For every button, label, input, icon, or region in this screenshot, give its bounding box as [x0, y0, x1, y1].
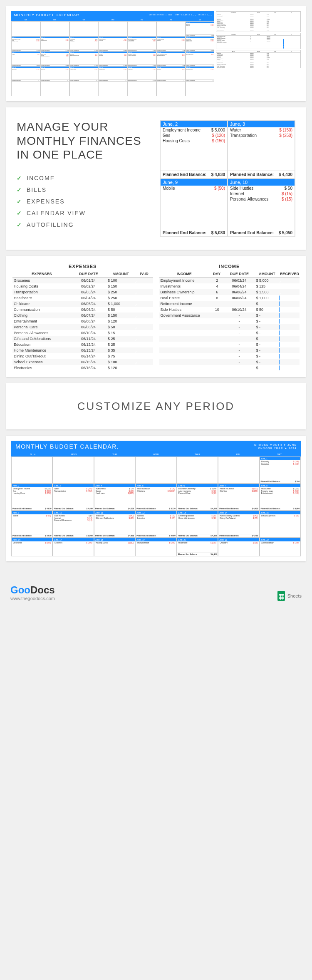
bottom-calendar-cell: [135, 457, 176, 484]
income-row: -$ -: [159, 342, 300, 347]
expense-row: Home Maintenance06/13/24$ 35: [12, 347, 153, 353]
bottom-calendar-cell: June, 17Groceries$ (100): [52, 538, 94, 556]
received-checkbox[interactable]: [279, 295, 280, 300]
income-title: INCOME: [159, 262, 300, 270]
received-checkbox[interactable]: [279, 336, 280, 341]
bottom-calendar-cell: June, 15School Expenses$ (55): [260, 511, 301, 538]
bottom-day-header: SUNMONTUEWEDTHUFRISAT: [11, 452, 301, 457]
calendar-sample-cell: June, 2Employment Income$ 5,000Gas$ (120…: [160, 120, 228, 179]
features-heading: MANAGE YOUR MONTHLY FINANCES IN ONE PLAC…: [17, 120, 151, 162]
sheets-badge: Sheets: [277, 591, 302, 601]
bottom-calendar-cell: [218, 457, 259, 484]
calendar-sample-cell: June, 10Side Hustles$ 50Internet$ (15)Pe…: [228, 179, 295, 237]
bottom-calendar-cell: June, 9Mobile$ (50)Planned End Balance:$…: [11, 511, 52, 538]
features-list: INCOMEBILLSEXPENSESCALENDAR VIEWAUTOFILL…: [17, 172, 151, 231]
income-row: -$ -: [159, 347, 300, 353]
bottom-calendar-cell: June, 8Real Estate$ 1,000Property taxes$…: [260, 484, 301, 511]
bottom-calendar-cell: June, 20Healthcare$ (100)Planned End Bal…: [177, 538, 218, 556]
bottom-calendar-cell: June, 3Water$ (150)Transportation$ (250)…: [52, 484, 94, 511]
bottom-calendar-cell: June, 7Health insurance$ (100)Clothing$ …: [218, 484, 259, 511]
customize-heading: CUSTOMIZE ANY PERIOD: [6, 400, 306, 413]
expense-row: Healthcare06/04/24$ 250: [12, 295, 153, 301]
income-row: Government Assistance-$ -: [159, 313, 300, 318]
bottom-calendar-cell: [11, 457, 52, 484]
received-checkbox[interactable]: [279, 307, 280, 312]
income-row: Investments406/04/24$ 125: [159, 283, 300, 289]
income-table: INCOME INCOMEDAYDUE DATEAMOUNTRECEIVED E…: [159, 262, 300, 371]
calendar-sample-cell: June, 3Water$ (150)Transportation$ (250)…: [228, 120, 295, 179]
expense-row: Childcare06/05/24$ 1,000: [12, 301, 153, 307]
bottom-calendar-cell: June, 1Electricity$ (100)Groceries$ (100…: [260, 457, 301, 484]
expense-row: School Expenses06/15/24$ 100: [12, 359, 153, 365]
income-row: -$ -: [159, 353, 300, 359]
tables-section: EXPENSES EXPENSESDUE DATEAMOUNTPAID Groc…: [6, 256, 306, 377]
expenses-title: EXPENSES: [12, 262, 153, 270]
income-row: -$ -: [159, 330, 300, 336]
hero-title: MONTHLY BUDGET CALENDAR.: [14, 13, 81, 17]
footer-url: www.thegoodocs.com: [10, 596, 55, 601]
bottom-calendar-cell: June, 5Trash collection$ (20)Childcare$ …: [135, 484, 176, 511]
income-row: Real Estate806/08/24$ 1,000: [159, 295, 300, 301]
customize-heading-section: CUSTOMIZE ANY PERIOD: [6, 383, 306, 429]
bottom-calendar-cell: June, 18Housing Costs$ (150): [94, 538, 135, 556]
bottom-calendar-preview: MONTHLY BUDGET CALENDAR. CHOOSE MONTH ➤ …: [6, 436, 306, 561]
expense-row: Clothing06/07/24$ 150: [12, 313, 153, 318]
feature-item: EXPENSES: [17, 196, 151, 207]
feature-item: BILLS: [17, 184, 151, 196]
received-checkbox[interactable]: [279, 365, 280, 370]
bottom-title-bar: MONTHLY BUDGET CALENDAR. CHOOSE MONTH ➤ …: [11, 441, 301, 452]
calendar-grid: June, 1Electricity$ (100)Groceries$ (100…: [11, 21, 214, 96]
income-row: -$ -: [159, 318, 300, 324]
income-row: -$ -: [159, 359, 300, 365]
received-checkbox[interactable]: [279, 301, 280, 306]
bottom-calendar-cell: June, 21Childcare$ (25): [218, 538, 259, 556]
expense-row: Electronics06/16/24$ 120: [12, 365, 153, 371]
features-section: MANAGE YOUR MONTHLY FINANCES IN ONE PLAC…: [6, 107, 306, 250]
received-checkbox[interactable]: [279, 330, 280, 335]
expense-row: Personal Allowances06/10/24$ 15: [12, 330, 153, 336]
received-checkbox[interactable]: [279, 342, 280, 347]
sheets-icon: [277, 591, 285, 601]
bottom-calendar-cell: June, 4Investments$ 120Sewer$ (40)Health…: [94, 484, 135, 511]
received-checkbox[interactable]: [279, 354, 280, 359]
bottom-period-selectors: CHOOSE MONTH ➤ JUNECHOOSE YEAR ➤ 2024: [254, 443, 297, 450]
received-checkbox[interactable]: [279, 319, 280, 324]
expenses-table: EXPENSES EXPENSESDUE DATEAMOUNTPAID Groc…: [12, 262, 153, 371]
received-checkbox[interactable]: [279, 325, 280, 330]
feature-item: AUTOFILLING: [17, 219, 151, 231]
expense-row: Groceries06/01/24$ 100: [12, 278, 153, 283]
calendar-sample-cell: June, 9Mobile$ (50)Planned End Balance:$…: [160, 179, 228, 237]
bottom-calendar-cell: June, 22Communication$ (100): [260, 538, 301, 556]
bottom-calendar-cell: June, 11Television$ (40)Gifts and Celebr…: [94, 511, 135, 538]
bottom-calendar-cell: June, 19Transportation$ (100): [135, 538, 176, 556]
hero-controls: CHOOSE PERIOD ➤ 2024 START BALANCE $ ___…: [149, 14, 212, 16]
expense-row: Transportation06/03/24$ 250: [12, 289, 153, 295]
bottom-calendar-cell: [52, 457, 94, 484]
hero-calendar-preview: MONTHLY BUDGET CALENDAR. CHOOSE PERIOD ➤…: [6, 6, 306, 101]
feature-item: INCOME: [17, 172, 151, 184]
goodocs-logo: GooDocs: [10, 584, 55, 596]
bottom-calendar-cell: June, 16Electronics$ (100): [11, 538, 52, 556]
expense-row: Communication06/06/24$ 50: [12, 307, 153, 313]
income-row: -$ -: [159, 336, 300, 342]
footer: GooDocs www.thegoodocs.com Sheets: [0, 568, 312, 609]
income-row: Business Ownership606/06/24$ 1,500: [159, 289, 300, 295]
expense-row: Education06/12/24$ 25: [12, 342, 153, 347]
expense-row: Housing Costs06/02/24$ 150: [12, 283, 153, 289]
received-checkbox[interactable]: [279, 348, 280, 353]
bottom-calendar-cell: June, 12Toll fees$ (15)Education$ (25)Pl…: [135, 511, 176, 538]
income-row: -$ -: [159, 365, 300, 371]
income-row: Side Hustles1006/10/24$ 50: [159, 307, 300, 313]
received-checkbox[interactable]: [279, 360, 280, 365]
bottom-calendar-cell: June, 6Business Ownership$ 1,500Auto ins…: [177, 484, 218, 511]
bottom-calendar-cell: June, 13Streaming services$ (25)Home Mai…: [177, 511, 218, 538]
bottom-calendar-cell: June, 10Side Hustles$ 50Internet$ (15)Pe…: [52, 511, 94, 538]
bottom-calendar-grid: June, 1Electricity$ (100)Groceries$ (100…: [11, 457, 301, 556]
feature-calendar-sample: June, 2Employment Income$ 5,000Gas$ (120…: [160, 120, 295, 237]
side-panels: EXPENSESDATEAMT✓Groceries06/01/24$ 100Ho…: [216, 11, 301, 96]
expense-row: Gifts and Celebrations06/11/24$ 25: [12, 336, 153, 342]
feature-item: CALENDAR VIEW: [17, 207, 151, 219]
expense-row: Entertainment06/08/24$ 120: [12, 318, 153, 324]
bottom-calendar-cell: [94, 457, 135, 484]
received-checkbox[interactable]: [279, 313, 280, 318]
